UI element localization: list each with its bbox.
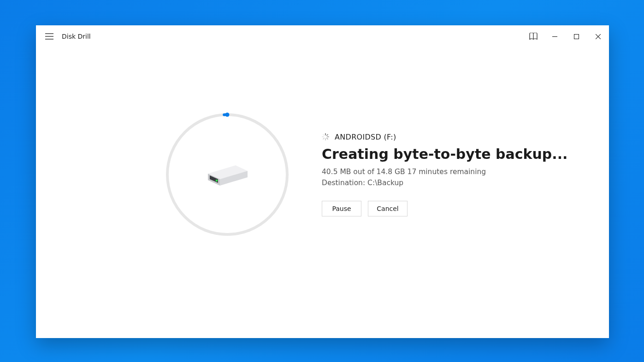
cancel-button[interactable]: Cancel [368, 201, 408, 216]
action-buttons: Pause Cancel [322, 201, 568, 216]
maximize-button[interactable] [566, 25, 587, 47]
operation-title: Creating byte-to-byte backup... [322, 146, 568, 162]
progress-circle [165, 112, 290, 237]
main-content: ANDROIDSD (F:) Creating byte-to-byte bac… [36, 47, 609, 338]
drive-icon [200, 156, 255, 193]
maximize-icon [574, 34, 579, 39]
progress-info: ANDROIDSD (F:) Creating byte-to-byte bac… [322, 133, 568, 216]
drive-row: ANDROIDSD (F:) [322, 133, 568, 141]
spinner-icon [322, 133, 329, 140]
help-button[interactable] [522, 25, 544, 47]
close-button[interactable] [587, 25, 609, 47]
book-icon [529, 33, 538, 40]
app-window: Disk Drill [36, 25, 609, 338]
hamburger-icon [45, 33, 53, 40]
drive-name-label: ANDROIDSD (F:) [335, 133, 396, 141]
app-title: Disk Drill [62, 33, 91, 40]
progress-status-text: 40.5 MB out of 14.8 GB 17 minutes remain… [322, 168, 568, 176]
pause-button[interactable]: Pause [322, 201, 361, 216]
minimize-icon [552, 34, 557, 39]
svg-point-14 [216, 179, 218, 181]
menu-button[interactable] [41, 29, 57, 44]
close-icon [596, 34, 601, 39]
titlebar: Disk Drill [36, 25, 609, 47]
destination-text: Destination: C:\Backup [322, 179, 568, 187]
svg-rect-4 [574, 34, 579, 39]
minimize-button[interactable] [544, 25, 566, 47]
svg-point-9 [225, 112, 230, 117]
